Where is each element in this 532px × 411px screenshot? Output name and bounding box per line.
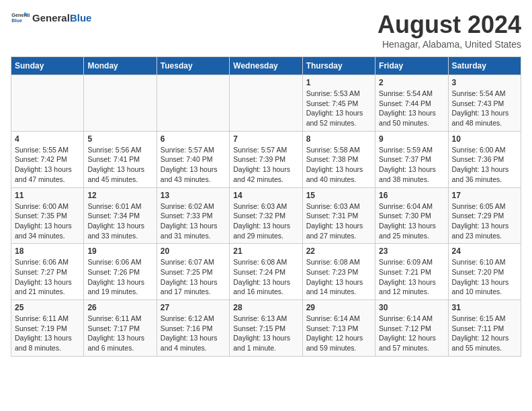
day-info: Sunrise: 5:58 AM Sunset: 7:38 PM Dayligh…	[306, 145, 371, 185]
svg-text:Blue: Blue	[11, 17, 22, 24]
column-header-thursday: Thursday	[302, 57, 375, 75]
day-number: 11	[15, 191, 80, 200]
day-info: Sunrise: 5:54 AM Sunset: 7:44 PM Dayligh…	[379, 89, 444, 128]
day-number: 1	[306, 78, 371, 87]
day-info: Sunrise: 6:15 AM Sunset: 7:11 PM Dayligh…	[452, 314, 517, 353]
calendar-cell: 11Sunrise: 6:00 AM Sunset: 7:35 PM Dayli…	[11, 187, 84, 244]
calendar-cell: 29Sunrise: 6:14 AM Sunset: 7:13 PM Dayli…	[302, 300, 375, 357]
day-info: Sunrise: 6:10 AM Sunset: 7:20 PM Dayligh…	[452, 257, 517, 297]
calendar-cell: 28Sunrise: 6:13 AM Sunset: 7:15 PM Dayli…	[230, 300, 302, 357]
day-info: Sunrise: 5:57 AM Sunset: 7:40 PM Dayligh…	[161, 145, 226, 185]
calendar-cell: 6Sunrise: 5:57 AM Sunset: 7:40 PM Daylig…	[157, 131, 229, 187]
calendar-week-5: 25Sunrise: 6:11 AM Sunset: 7:19 PM Dayli…	[11, 300, 521, 357]
day-info: Sunrise: 6:03 AM Sunset: 7:31 PM Dayligh…	[306, 201, 371, 241]
calendar-cell: 27Sunrise: 6:12 AM Sunset: 7:16 PM Dayli…	[157, 300, 229, 357]
day-number: 8	[306, 134, 371, 144]
day-number: 22	[306, 246, 371, 256]
calendar-cell: 18Sunrise: 6:06 AM Sunset: 7:27 PM Dayli…	[11, 244, 84, 300]
day-number: 5	[87, 134, 152, 144]
calendar-cell	[230, 75, 302, 132]
calendar-cell: 24Sunrise: 6:10 AM Sunset: 7:20 PM Dayli…	[448, 244, 521, 300]
calendar-cell: 22Sunrise: 6:08 AM Sunset: 7:23 PM Dayli…	[302, 244, 375, 300]
day-number: 3	[452, 78, 517, 87]
calendar-header-row: SundayMondayTuesdayWednesdayThursdayFrid…	[11, 57, 521, 75]
day-number: 31	[452, 303, 517, 312]
day-info: Sunrise: 6:09 AM Sunset: 7:21 PM Dayligh…	[379, 257, 444, 297]
calendar-cell	[11, 75, 84, 132]
day-info: Sunrise: 6:12 AM Sunset: 7:16 PM Dayligh…	[161, 314, 226, 353]
calendar-week-4: 18Sunrise: 6:06 AM Sunset: 7:27 PM Dayli…	[11, 244, 521, 300]
subtitle: Henagar, Alabama, United States	[378, 39, 521, 50]
day-info: Sunrise: 6:05 AM Sunset: 7:29 PM Dayligh…	[452, 201, 517, 241]
calendar-cell: 17Sunrise: 6:05 AM Sunset: 7:29 PM Dayli…	[448, 187, 521, 244]
day-info: Sunrise: 6:06 AM Sunset: 7:26 PM Dayligh…	[87, 257, 152, 297]
calendar-cell: 13Sunrise: 6:02 AM Sunset: 7:33 PM Dayli…	[157, 187, 229, 244]
day-number: 6	[161, 134, 226, 144]
day-number: 12	[87, 191, 152, 200]
calendar-cell: 25Sunrise: 6:11 AM Sunset: 7:19 PM Dayli…	[11, 300, 84, 357]
day-number: 16	[379, 191, 444, 200]
day-info: Sunrise: 6:04 AM Sunset: 7:30 PM Dayligh…	[379, 201, 444, 241]
calendar-week-1: 1Sunrise: 5:53 AM Sunset: 7:45 PM Daylig…	[11, 75, 521, 132]
column-header-sunday: Sunday	[11, 57, 84, 75]
logo: General Blue GeneralBlue	[11, 11, 91, 24]
day-info: Sunrise: 6:06 AM Sunset: 7:27 PM Dayligh…	[15, 257, 80, 297]
calendar-cell: 21Sunrise: 6:08 AM Sunset: 7:24 PM Dayli…	[230, 244, 302, 300]
day-number: 7	[233, 134, 298, 144]
calendar-cell: 1Sunrise: 5:53 AM Sunset: 7:45 PM Daylig…	[302, 75, 375, 132]
day-number: 26	[87, 303, 152, 312]
calendar-cell	[157, 75, 229, 132]
day-number: 2	[379, 78, 444, 87]
day-number: 13	[161, 191, 226, 200]
day-number: 19	[87, 246, 152, 256]
day-number: 27	[161, 303, 226, 312]
calendar-cell: 31Sunrise: 6:15 AM Sunset: 7:11 PM Dayli…	[448, 300, 521, 357]
day-info: Sunrise: 6:02 AM Sunset: 7:33 PM Dayligh…	[161, 201, 226, 241]
day-info: Sunrise: 5:59 AM Sunset: 7:37 PM Dayligh…	[379, 145, 444, 185]
day-info: Sunrise: 6:08 AM Sunset: 7:24 PM Dayligh…	[233, 257, 298, 297]
day-number: 29	[306, 303, 371, 312]
column-header-wednesday: Wednesday	[230, 57, 302, 75]
day-number: 25	[15, 303, 80, 312]
column-header-saturday: Saturday	[448, 57, 521, 75]
calendar-cell: 16Sunrise: 6:04 AM Sunset: 7:30 PM Dayli…	[375, 187, 448, 244]
day-number: 18	[15, 246, 80, 256]
day-info: Sunrise: 6:13 AM Sunset: 7:15 PM Dayligh…	[233, 314, 298, 353]
logo-icon: General Blue	[11, 11, 30, 24]
calendar-week-2: 4Sunrise: 5:55 AM Sunset: 7:42 PM Daylig…	[11, 131, 521, 187]
calendar-cell: 14Sunrise: 6:03 AM Sunset: 7:32 PM Dayli…	[230, 187, 302, 244]
calendar-cell: 23Sunrise: 6:09 AM Sunset: 7:21 PM Dayli…	[375, 244, 448, 300]
title-area: August 2024 Henagar, Alabama, United Sta…	[378, 11, 521, 50]
day-info: Sunrise: 6:11 AM Sunset: 7:19 PM Dayligh…	[15, 314, 80, 353]
day-info: Sunrise: 6:11 AM Sunset: 7:17 PM Dayligh…	[87, 314, 152, 353]
day-info: Sunrise: 5:57 AM Sunset: 7:39 PM Dayligh…	[233, 145, 298, 185]
day-number: 14	[233, 191, 298, 200]
calendar-cell	[84, 75, 157, 132]
column-header-tuesday: Tuesday	[157, 57, 229, 75]
day-number: 17	[452, 191, 517, 200]
main-title: August 2024	[378, 11, 521, 39]
day-info: Sunrise: 5:53 AM Sunset: 7:45 PM Dayligh…	[306, 89, 371, 128]
day-info: Sunrise: 6:14 AM Sunset: 7:12 PM Dayligh…	[379, 314, 444, 353]
calendar-cell: 2Sunrise: 5:54 AM Sunset: 7:44 PM Daylig…	[375, 75, 448, 132]
day-info: Sunrise: 6:07 AM Sunset: 7:25 PM Dayligh…	[161, 257, 226, 297]
calendar-cell: 30Sunrise: 6:14 AM Sunset: 7:12 PM Dayli…	[375, 300, 448, 357]
calendar-cell: 3Sunrise: 5:54 AM Sunset: 7:43 PM Daylig…	[448, 75, 521, 132]
calendar-table: SundayMondayTuesdayWednesdayThursdayFrid…	[11, 56, 521, 357]
page-header: General Blue GeneralBlue August 2024 Hen…	[11, 11, 521, 50]
day-number: 4	[15, 134, 80, 144]
day-number: 30	[379, 303, 444, 312]
day-number: 24	[452, 246, 517, 256]
calendar-cell: 26Sunrise: 6:11 AM Sunset: 7:17 PM Dayli…	[84, 300, 157, 357]
calendar-week-3: 11Sunrise: 6:00 AM Sunset: 7:35 PM Dayli…	[11, 187, 521, 244]
column-header-monday: Monday	[84, 57, 157, 75]
calendar-cell: 9Sunrise: 5:59 AM Sunset: 7:37 PM Daylig…	[375, 131, 448, 187]
day-number: 28	[233, 303, 298, 312]
calendar-cell: 7Sunrise: 5:57 AM Sunset: 7:39 PM Daylig…	[230, 131, 302, 187]
day-info: Sunrise: 5:56 AM Sunset: 7:41 PM Dayligh…	[87, 145, 152, 185]
day-number: 15	[306, 191, 371, 200]
calendar-cell: 5Sunrise: 5:56 AM Sunset: 7:41 PM Daylig…	[84, 131, 157, 187]
calendar-cell: 12Sunrise: 6:01 AM Sunset: 7:34 PM Dayli…	[84, 187, 157, 244]
day-info: Sunrise: 6:00 AM Sunset: 7:36 PM Dayligh…	[452, 145, 517, 185]
day-info: Sunrise: 6:08 AM Sunset: 7:23 PM Dayligh…	[306, 257, 371, 297]
